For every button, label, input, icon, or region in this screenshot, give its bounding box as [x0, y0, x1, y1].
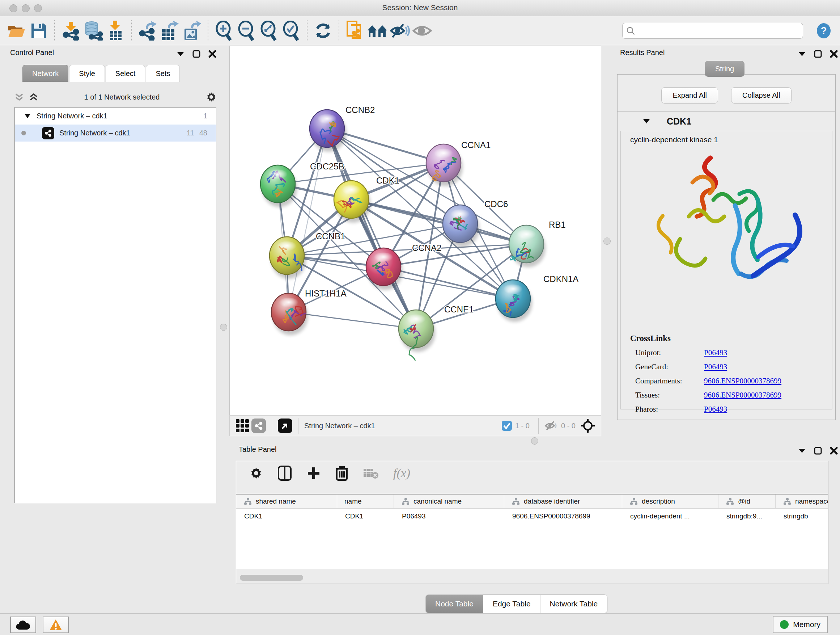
column-header-namespace[interactable]: namespace [775, 494, 828, 508]
crosslink-link[interactable]: 9606.ENSP00000378699 [704, 391, 782, 400]
node-CDC6[interactable] [443, 205, 479, 247]
export-network-button[interactable] [136, 19, 158, 42]
export-image-button[interactable] [181, 19, 203, 42]
cloud-status-button[interactable] [10, 616, 36, 633]
memory-button[interactable]: Memory [773, 616, 828, 633]
tab-node-table[interactable]: Node Table [426, 595, 483, 613]
float-panel-icon[interactable] [814, 447, 822, 455]
crosslink-link[interactable]: 9606.ENSP00000378699 [704, 377, 782, 386]
tab-style[interactable]: Style [69, 65, 104, 82]
gene-expander-icon[interactable] [643, 119, 650, 124]
left-splitter-handle[interactable] [220, 324, 227, 331]
network-row[interactable]: String Network – cdk1 11 48 [15, 125, 216, 141]
table-options-gear-icon[interactable] [249, 466, 263, 480]
close-panel-icon[interactable] [830, 447, 838, 455]
crosslink-link[interactable]: P06493 [704, 348, 727, 357]
column-header-shared-name[interactable]: shared name [236, 494, 337, 508]
node-CCNE1[interactable] [399, 310, 435, 360]
add-column-icon[interactable] [306, 466, 321, 480]
import-table-button[interactable] [104, 19, 126, 42]
show-columns-icon[interactable] [278, 465, 292, 481]
node-CDK1[interactable] [334, 181, 370, 223]
cell[interactable]: CDK1 [337, 512, 394, 520]
expand-all-tree-icon[interactable] [14, 92, 24, 102]
collapse-panel-icon[interactable] [798, 448, 806, 453]
zoom-fit-button[interactable] [257, 19, 280, 42]
node-HIST1H1A[interactable] [271, 293, 308, 335]
node-CDKN1A[interactable] [496, 280, 532, 322]
edge-CCNB2-CCNE1[interactable] [327, 128, 416, 329]
zoom-out-button[interactable] [235, 19, 257, 42]
cell[interactable]: P06493 [394, 512, 504, 520]
delete-table-icon[interactable] [363, 467, 379, 479]
cell[interactable]: stringdb:9... [718, 512, 775, 520]
node-CCNA2[interactable] [366, 248, 403, 290]
column-header--id[interactable]: @id [718, 494, 775, 508]
crosslink-link[interactable]: P06493 [704, 405, 727, 414]
column-header-name[interactable]: name [337, 494, 394, 508]
table-row[interactable]: CDK1CDK1P064939606.ENSP00000378699cyclin… [236, 509, 828, 524]
open-in-browser-button[interactable] [278, 418, 292, 433]
search-input[interactable] [635, 27, 799, 35]
hidden-eye-icon[interactable] [545, 420, 558, 431]
column-header-database-identifier[interactable]: database identifier [504, 494, 622, 508]
network-canvas[interactable]: CCNB2CCNA1CDC25BCDK1CDC6RB1CCNB1CCNA2CDK… [229, 46, 601, 415]
table-horizontal-scrollbar[interactable] [236, 574, 828, 581]
tab-network-table[interactable]: Network Table [540, 595, 607, 613]
edge-HIST1H1A-CCNE1[interactable] [289, 312, 416, 329]
string-view-button[interactable] [251, 418, 266, 433]
collapse-panel-icon[interactable] [177, 51, 185, 57]
fit-selected-button[interactable] [578, 416, 597, 435]
gene-card-header[interactable]: CDK1 [617, 112, 835, 131]
node-CDC25B[interactable] [261, 165, 297, 207]
column-header-description[interactable]: description [622, 494, 718, 508]
duplicate-network-button[interactable] [344, 19, 366, 42]
cell[interactable]: cyclin-dependent ... [622, 512, 718, 520]
import-network-button[interactable] [59, 19, 82, 42]
zoom-in-button[interactable] [213, 19, 235, 42]
import-database-button[interactable] [82, 19, 104, 42]
network-collection-row[interactable]: String Network – cdk1 1 [15, 108, 216, 125]
collapse-all-button[interactable]: Collapse All [731, 87, 791, 103]
cell[interactable]: stringdb [775, 512, 828, 520]
scrollbar-thumb[interactable] [240, 575, 303, 581]
node-CCNB2[interactable] [309, 110, 346, 152]
show-hide-panels-button[interactable] [388, 19, 411, 42]
open-session-button[interactable] [5, 19, 27, 42]
network-options-gear-icon[interactable] [205, 91, 217, 103]
network-graph[interactable]: CCNB2CCNA1CDC25BCDK1CDC6RB1CCNB1CCNA2CDK… [230, 46, 601, 415]
node-RB1[interactable] [509, 225, 546, 267]
birdseye-grid-button[interactable] [233, 417, 251, 435]
collapse-all-tree-icon[interactable] [29, 92, 38, 102]
tab-sets[interactable]: Sets [146, 65, 180, 82]
tab-string-results[interactable]: String [705, 61, 745, 77]
cell[interactable]: CDK1 [236, 512, 337, 520]
cell[interactable]: 9606.ENSP00000378699 [504, 512, 622, 520]
node-CCNA1[interactable] [426, 144, 463, 186]
edge-CCNB2-HIST1H1A[interactable] [289, 128, 327, 312]
refresh-layout-button[interactable] [312, 19, 334, 42]
close-panel-icon[interactable] [208, 50, 216, 58]
right-splitter-handle[interactable] [603, 238, 611, 245]
tab-edge-table[interactable]: Edge Table [483, 595, 540, 613]
export-table-button[interactable] [158, 19, 181, 42]
tree-expander-icon[interactable] [24, 114, 31, 119]
bottom-splitter-handle[interactable] [531, 437, 538, 445]
delete-column-icon[interactable] [335, 465, 348, 481]
selected-checkbox-icon[interactable] [501, 420, 512, 431]
tab-select[interactable]: Select [106, 65, 145, 82]
zoom-selected-button[interactable] [280, 19, 302, 42]
function-builder-button[interactable]: f(x) [393, 466, 410, 480]
crosslink-link[interactable]: P06493 [704, 363, 727, 371]
expand-all-button[interactable]: Expand All [661, 87, 718, 103]
close-panel-icon[interactable] [830, 50, 838, 58]
tab-network[interactable]: Network [22, 65, 68, 82]
home-button[interactable] [366, 19, 388, 42]
preview-button[interactable] [411, 19, 433, 42]
collapse-panel-icon[interactable] [798, 51, 806, 57]
help-button[interactable]: ? [813, 19, 835, 42]
search-field[interactable] [622, 23, 803, 39]
warnings-button[interactable] [43, 616, 69, 633]
save-session-button[interactable] [27, 19, 50, 42]
float-panel-icon[interactable] [814, 50, 822, 58]
